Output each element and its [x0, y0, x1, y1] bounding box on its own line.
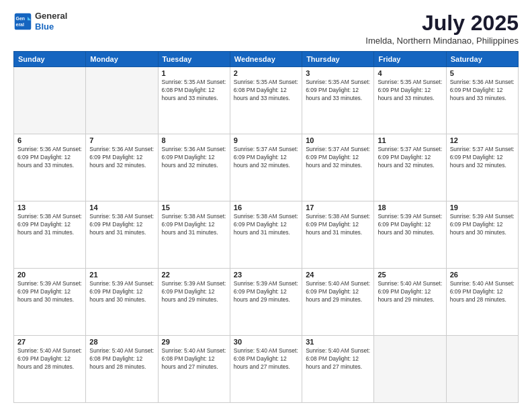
logo-icon: Gen eral	[13, 12, 32, 31]
day-info: Sunrise: 5:37 AM Sunset: 6:09 PM Dayligh…	[450, 146, 515, 170]
col-saturday: Saturday	[446, 52, 518, 67]
day-number: 11	[378, 136, 442, 144]
day-number: 18	[378, 203, 442, 212]
day-number: 20	[17, 271, 82, 279]
day-info: Sunrise: 5:35 AM Sunset: 6:08 PM Dayligh…	[234, 79, 298, 103]
day-cell: 5Sunrise: 5:36 AM Sunset: 6:09 PM Daylig…	[446, 67, 518, 134]
title-area: July 2025 Imelda, Northern Mindanao, Phi…	[365, 11, 519, 46]
logo-line2: Blue	[35, 21, 67, 32]
day-cell: 28Sunrise: 5:40 AM Sunset: 6:08 PM Dayli…	[86, 336, 158, 403]
day-info: Sunrise: 5:40 AM Sunset: 6:08 PM Dayligh…	[234, 347, 298, 371]
day-cell: 3Sunrise: 5:35 AM Sunset: 6:09 PM Daylig…	[302, 67, 374, 134]
day-info: Sunrise: 5:39 AM Sunset: 6:09 PM Dayligh…	[450, 213, 515, 237]
page: Gen eral General Blue July 2025 Imelda, …	[0, 0, 532, 411]
day-number: 9	[234, 136, 298, 144]
header: Gen eral General Blue July 2025 Imelda, …	[13, 11, 519, 46]
day-number: 10	[306, 136, 370, 144]
day-cell: 14Sunrise: 5:38 AM Sunset: 6:09 PM Dayli…	[86, 201, 158, 269]
day-number: 12	[450, 136, 515, 144]
day-number: 5	[450, 69, 515, 77]
day-cell: 18Sunrise: 5:39 AM Sunset: 6:09 PM Dayli…	[374, 201, 446, 269]
day-info: Sunrise: 5:37 AM Sunset: 6:09 PM Dayligh…	[378, 146, 442, 170]
day-number: 16	[234, 203, 298, 212]
day-number: 13	[17, 203, 82, 212]
day-cell: 11Sunrise: 5:37 AM Sunset: 6:09 PM Dayli…	[374, 134, 446, 201]
day-cell: 30Sunrise: 5:40 AM Sunset: 6:08 PM Dayli…	[230, 336, 302, 403]
week-row-4: 20Sunrise: 5:39 AM Sunset: 6:09 PM Dayli…	[14, 269, 519, 336]
day-number: 30	[234, 338, 298, 346]
day-cell	[374, 336, 446, 403]
day-cell: 26Sunrise: 5:40 AM Sunset: 6:09 PM Dayli…	[446, 269, 518, 336]
day-cell: 23Sunrise: 5:39 AM Sunset: 6:09 PM Dayli…	[230, 269, 302, 336]
week-row-1: 1Sunrise: 5:35 AM Sunset: 6:08 PM Daylig…	[14, 67, 519, 134]
day-cell: 9Sunrise: 5:37 AM Sunset: 6:09 PM Daylig…	[230, 134, 302, 201]
day-info: Sunrise: 5:39 AM Sunset: 6:09 PM Dayligh…	[162, 280, 226, 304]
day-number: 26	[450, 271, 515, 279]
day-cell: 15Sunrise: 5:38 AM Sunset: 6:09 PM Dayli…	[158, 201, 230, 269]
day-info: Sunrise: 5:38 AM Sunset: 6:09 PM Dayligh…	[89, 213, 154, 237]
day-cell: 6Sunrise: 5:36 AM Sunset: 6:09 PM Daylig…	[14, 134, 86, 201]
svg-text:eral: eral	[16, 22, 25, 27]
day-cell: 25Sunrise: 5:40 AM Sunset: 6:09 PM Dayli…	[374, 269, 446, 336]
day-cell: 19Sunrise: 5:39 AM Sunset: 6:09 PM Dayli…	[446, 201, 518, 269]
day-number: 27	[17, 338, 82, 346]
day-info: Sunrise: 5:35 AM Sunset: 6:09 PM Dayligh…	[306, 79, 370, 103]
day-info: Sunrise: 5:36 AM Sunset: 6:09 PM Dayligh…	[89, 146, 154, 170]
day-cell: 2Sunrise: 5:35 AM Sunset: 6:08 PM Daylig…	[230, 67, 302, 134]
day-number: 8	[162, 136, 226, 144]
day-info: Sunrise: 5:40 AM Sunset: 6:09 PM Dayligh…	[378, 280, 442, 304]
day-info: Sunrise: 5:38 AM Sunset: 6:09 PM Dayligh…	[306, 213, 370, 237]
day-info: Sunrise: 5:36 AM Sunset: 6:09 PM Dayligh…	[450, 79, 515, 103]
day-info: Sunrise: 5:35 AM Sunset: 6:08 PM Dayligh…	[162, 79, 226, 103]
day-info: Sunrise: 5:39 AM Sunset: 6:09 PM Dayligh…	[89, 280, 154, 304]
day-number: 1	[162, 69, 226, 77]
day-number: 28	[89, 338, 154, 346]
day-cell: 29Sunrise: 5:40 AM Sunset: 6:08 PM Dayli…	[158, 336, 230, 403]
calendar-table: Sunday Monday Tuesday Wednesday Thursday…	[13, 51, 519, 403]
day-number: 4	[378, 69, 442, 77]
day-number: 31	[306, 338, 370, 346]
week-row-5: 27Sunrise: 5:40 AM Sunset: 6:09 PM Dayli…	[14, 336, 519, 403]
day-number: 2	[234, 69, 298, 77]
day-cell: 27Sunrise: 5:40 AM Sunset: 6:09 PM Dayli…	[14, 336, 86, 403]
day-cell: 7Sunrise: 5:36 AM Sunset: 6:09 PM Daylig…	[86, 134, 158, 201]
subtitle: Imelda, Northern Mindanao, Philippines	[365, 36, 519, 46]
day-info: Sunrise: 5:40 AM Sunset: 6:09 PM Dayligh…	[450, 280, 515, 304]
day-cell: 8Sunrise: 5:36 AM Sunset: 6:09 PM Daylig…	[158, 134, 230, 201]
day-info: Sunrise: 5:40 AM Sunset: 6:08 PM Dayligh…	[162, 347, 226, 371]
day-number: 21	[89, 271, 154, 279]
week-row-2: 6Sunrise: 5:36 AM Sunset: 6:09 PM Daylig…	[14, 134, 519, 201]
day-number: 24	[306, 271, 370, 279]
day-info: Sunrise: 5:37 AM Sunset: 6:09 PM Dayligh…	[306, 146, 370, 170]
day-cell: 22Sunrise: 5:39 AM Sunset: 6:09 PM Dayli…	[158, 269, 230, 336]
logo: Gen eral General Blue	[13, 11, 67, 32]
day-number: 25	[378, 271, 442, 279]
day-info: Sunrise: 5:35 AM Sunset: 6:09 PM Dayligh…	[378, 79, 442, 103]
day-cell: 21Sunrise: 5:39 AM Sunset: 6:09 PM Dayli…	[86, 269, 158, 336]
day-number: 7	[89, 136, 154, 144]
day-info: Sunrise: 5:36 AM Sunset: 6:09 PM Dayligh…	[162, 146, 226, 170]
day-info: Sunrise: 5:38 AM Sunset: 6:09 PM Dayligh…	[17, 213, 82, 237]
day-number: 29	[162, 338, 226, 346]
day-cell: 16Sunrise: 5:38 AM Sunset: 6:09 PM Dayli…	[230, 201, 302, 269]
month-title: July 2025	[365, 11, 519, 36]
col-monday: Monday	[86, 52, 158, 67]
day-number: 15	[162, 203, 226, 212]
svg-text:Gen: Gen	[16, 16, 26, 21]
day-info: Sunrise: 5:38 AM Sunset: 6:09 PM Dayligh…	[234, 213, 298, 237]
day-cell: 10Sunrise: 5:37 AM Sunset: 6:09 PM Dayli…	[302, 134, 374, 201]
day-number: 22	[162, 271, 226, 279]
col-friday: Friday	[374, 52, 446, 67]
calendar-header-row: Sunday Monday Tuesday Wednesday Thursday…	[14, 52, 519, 67]
day-info: Sunrise: 5:37 AM Sunset: 6:09 PM Dayligh…	[234, 146, 298, 170]
day-cell	[86, 67, 158, 134]
day-cell: 31Sunrise: 5:40 AM Sunset: 6:08 PM Dayli…	[302, 336, 374, 403]
day-number: 14	[89, 203, 154, 212]
day-info: Sunrise: 5:40 AM Sunset: 6:08 PM Dayligh…	[306, 347, 370, 371]
day-info: Sunrise: 5:38 AM Sunset: 6:09 PM Dayligh…	[162, 213, 226, 237]
day-cell: 1Sunrise: 5:35 AM Sunset: 6:08 PM Daylig…	[158, 67, 230, 134]
day-number: 3	[306, 69, 370, 77]
col-wednesday: Wednesday	[230, 52, 302, 67]
day-info: Sunrise: 5:39 AM Sunset: 6:09 PM Dayligh…	[378, 213, 442, 237]
week-row-3: 13Sunrise: 5:38 AM Sunset: 6:09 PM Dayli…	[14, 201, 519, 269]
